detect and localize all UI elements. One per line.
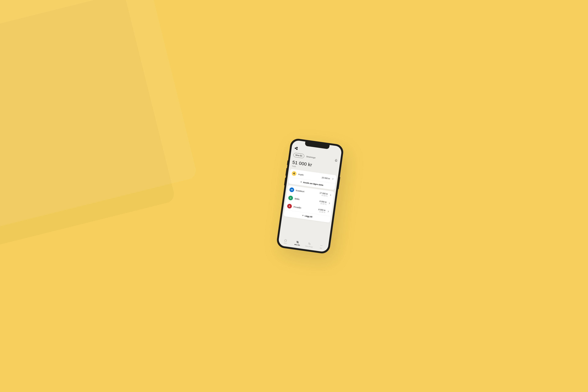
apply-lower-rate-label: Ansök om lägre ränta [303, 181, 323, 186]
phone-side-button [285, 168, 287, 176]
plus-icon: + [302, 214, 304, 217]
svg-rect-2 [296, 148, 298, 150]
svg-rect-1 [296, 146, 298, 148]
svg-point-12 [321, 245, 322, 246]
phone-mockup: Mina lån Betalningar 51 000 kr Totalt [276, 138, 344, 254]
svg-line-6 [297, 241, 298, 243]
nav-label: Mer [320, 247, 322, 249]
app-screen: Mina lån Betalningar 51 000 kr Totalt [278, 140, 342, 252]
lender-name: Billån [295, 197, 318, 203]
nav-more[interactable]: Mer [316, 243, 326, 250]
svg-rect-4 [294, 172, 295, 174]
chevron-right-icon [332, 178, 334, 180]
lender-badge-icon: B [287, 204, 292, 209]
lender-name: Privatlån [293, 206, 317, 211]
chevron-right-icon [328, 202, 331, 205]
svg-point-10 [309, 244, 310, 245]
notifications-icon[interactable] [334, 159, 338, 162]
svg-rect-0 [295, 147, 296, 149]
svg-point-11 [320, 245, 321, 246]
lender-badge-icon: SB [289, 187, 294, 192]
home-icon [284, 239, 287, 242]
tab-payments[interactable]: Betalningar [306, 156, 316, 159]
chevron-right-icon [329, 194, 332, 197]
main-content: Anyfin 20 000 kr + Ansök om lägre ränta [279, 168, 338, 244]
add-loan-label: Lägg till [305, 214, 312, 218]
phone-side-button [287, 160, 288, 165]
other-loans-card: SB Kreditkort 17 000 kr 18.08 % N Billån [284, 185, 334, 223]
nav-label: Mina pengar [305, 245, 313, 248]
percent-icon [296, 240, 299, 244]
coins-icon [308, 242, 311, 246]
phone-side-button [284, 178, 286, 185]
lender-name: Kreditkort [296, 189, 318, 194]
plus-icon: + [300, 180, 302, 183]
nav-my-loans[interactable]: Mina lån [292, 240, 302, 246]
nav-my-money[interactable]: Mina pengar [304, 242, 314, 248]
phone-side-button [338, 177, 340, 189]
svg-point-8 [298, 242, 298, 243]
svg-point-13 [322, 245, 322, 246]
svg-point-7 [297, 241, 298, 242]
chevron-right-icon [327, 210, 330, 213]
nav-home[interactable]: Hem [281, 238, 290, 244]
svg-point-9 [308, 242, 310, 244]
lender-badge-icon: N [288, 195, 293, 200]
nav-label: Hem [284, 242, 287, 244]
svg-rect-5 [294, 174, 295, 174]
lender-name: Anyfin [298, 173, 320, 178]
more-icon [320, 244, 323, 247]
svg-rect-3 [293, 173, 294, 174]
nav-label: Mina lån [294, 244, 300, 246]
loan-amount: 20 000 kr [322, 176, 330, 180]
anyfin-badge-icon [291, 171, 297, 176]
